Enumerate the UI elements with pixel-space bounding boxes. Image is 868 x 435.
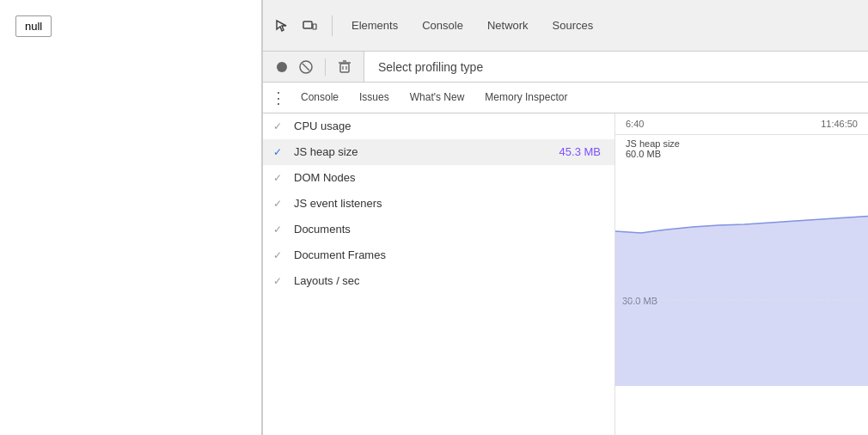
check-icon-heap: ✓ — [273, 146, 287, 158]
select-profiling-text: Select profiling type — [364, 52, 868, 83]
item-label-dom: DOM Nodes — [294, 171, 601, 184]
element-picker-icon[interactable] — [270, 14, 294, 38]
tab-console[interactable]: Console — [410, 0, 475, 52]
sub-tab-memory-inspector[interactable]: Memory Inspector — [474, 83, 578, 113]
chart-panel: 6:40 11:46:50 JS heap size 60.0 MB 30.0 … — [615, 113, 868, 435]
list-item[interactable]: ✓ Document Frames — [263, 242, 614, 268]
item-label-cpu: CPU usage — [294, 119, 601, 132]
action-bar — [263, 52, 364, 83]
stop-button[interactable] — [294, 55, 318, 79]
tab-sources[interactable]: Sources — [541, 0, 606, 52]
item-label-heap: JS heap size — [294, 145, 553, 158]
list-item-active[interactable]: ✓ JS heap size 45.3 MB — [263, 139, 614, 165]
content-area: ✓ CPU usage ✓ JS heap size 45.3 MB ✓ DOM… — [263, 113, 868, 435]
list-item[interactable]: ✓ Layouts / sec — [263, 268, 614, 294]
sub-tab-whats-new[interactable]: What's New — [400, 83, 475, 113]
device-toggle-icon[interactable] — [297, 14, 321, 38]
item-label-layouts: Layouts / sec — [294, 274, 601, 287]
memory-chart: 30.0 MB — [615, 162, 868, 386]
item-label-frames: Document Frames — [294, 248, 601, 261]
check-icon-dom: ✓ — [273, 172, 287, 184]
list-item[interactable]: ✓ Documents — [263, 217, 614, 242]
metrics-list: ✓ CPU usage ✓ JS heap size 45.3 MB ✓ DOM… — [263, 113, 615, 435]
check-icon-layouts: ✓ — [273, 275, 287, 287]
chart-time-end: 11:46:50 — [821, 119, 858, 129]
tab-network[interactable]: Network — [475, 0, 541, 52]
sub-tabs-bar: ⋮ Console Issues What's New Memory Inspe… — [263, 83, 868, 113]
list-item[interactable]: ✓ JS event listeners — [263, 191, 614, 217]
chart-heap-value: 60.0 MB — [626, 149, 858, 159]
sub-tab-issues[interactable]: Issues — [349, 83, 400, 113]
svg-rect-5 — [340, 64, 349, 72]
more-tabs-button[interactable]: ⋮ — [266, 86, 290, 110]
devtools-panel: Elements Console Network Sources — [262, 0, 868, 435]
chart-heap-label: JS heap size — [626, 138, 858, 149]
svg-point-2 — [277, 62, 287, 72]
check-icon-docs: ✓ — [273, 224, 287, 236]
check-icon-events: ✓ — [273, 198, 287, 210]
clear-button[interactable] — [333, 55, 357, 79]
tab-elements[interactable]: Elements — [339, 0, 410, 52]
action-divider — [325, 58, 326, 76]
chart-time-start: 6:40 — [626, 119, 644, 129]
sub-tab-console[interactable]: Console — [290, 83, 349, 113]
item-label-docs: Documents — [294, 223, 601, 236]
svg-line-4 — [303, 64, 309, 70]
check-icon-cpu: ✓ — [273, 120, 287, 132]
heap-area — [615, 216, 868, 386]
svg-rect-0 — [303, 21, 312, 28]
list-item[interactable]: ✓ DOM Nodes — [263, 165, 614, 191]
webpage-area: null — [0, 0, 262, 435]
item-label-events: JS event listeners — [294, 197, 601, 210]
record-button[interactable] — [270, 55, 294, 79]
list-item[interactable]: ✓ CPU usage — [263, 113, 614, 139]
null-button[interactable]: null — [15, 15, 52, 37]
item-value-heap: 45.3 MB — [559, 145, 601, 158]
toolbar-divider — [332, 15, 333, 36]
svg-rect-1 — [313, 24, 316, 29]
check-icon-frames: ✓ — [273, 249, 287, 261]
main-tabs-bar: Elements Console Network Sources — [263, 0, 868, 52]
